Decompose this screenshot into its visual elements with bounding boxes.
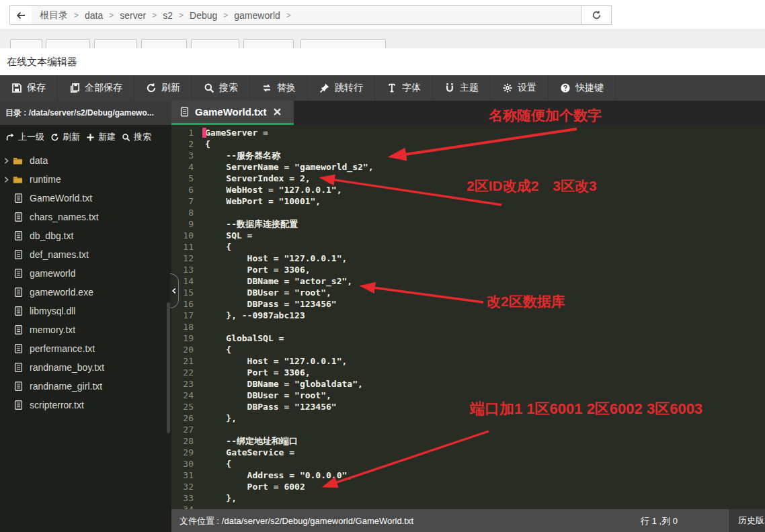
search-file-button[interactable]: 搜索 [122, 131, 151, 143]
code-line-2[interactable]: 2{ [171, 138, 765, 150]
code-line-11[interactable]: 11 { [171, 241, 765, 253]
breadcrumb-item[interactable]: 根目录 [40, 9, 68, 21]
code-text: GateService = [205, 447, 294, 458]
code-line-1[interactable]: 1GameServer = [171, 127, 765, 138]
file-name: memory.txt [30, 324, 75, 335]
code-line-16[interactable]: 16 DBPass = "123456" [171, 298, 765, 310]
code-line-28[interactable]: 28 --绑定地址和端口 [171, 435, 765, 447]
tree-item-randname-boy-txt[interactable]: randname_boy.txt [0, 358, 171, 377]
code-line-33[interactable]: 33 }, [171, 492, 765, 504]
tree-item-memory-txt[interactable]: memory.txt [0, 320, 171, 339]
code-line-4[interactable]: 4 ServerName = "gameworld_s2", [171, 161, 765, 173]
file-icon [13, 306, 24, 316]
replace-button[interactable]: 替换 [250, 75, 308, 101]
sidebar-action-label: 新建 [98, 131, 116, 143]
code-text: Host = "127.0.0.1", [205, 355, 347, 367]
tab-gameworld-txt[interactable]: GameWorld.txt [171, 101, 294, 125]
save-button[interactable]: 保存 [0, 75, 58, 101]
code-text: Port = 3306, [205, 367, 311, 378]
tree-item-gameworld[interactable]: gameworld [0, 264, 171, 283]
tree-item-runtime[interactable]: runtime [0, 170, 171, 189]
chevron-right-icon[interactable] [3, 176, 10, 183]
code-line-34[interactable]: 34 [171, 504, 765, 509]
tree-item-gameworld-txt[interactable]: GameWorld.txt [0, 189, 171, 208]
code-text: Address = "0.0.0.0", [205, 470, 352, 481]
code-line-22[interactable]: 22 Port = 3306, [171, 367, 765, 378]
breadcrumb-item[interactable]: s2 [163, 10, 173, 21]
tab-label: GameWorld.txt [195, 106, 266, 118]
code-line-19[interactable]: 19 GlobalSQL = [171, 332, 765, 344]
code-line-23[interactable]: 23 DBName = "globaldata", [171, 378, 765, 390]
code-line-31[interactable]: 31 Address = "0.0.0.0", [171, 470, 765, 481]
tree-item-scripterror-txt[interactable]: scripterror.txt [0, 396, 171, 414]
file-name: db_dbg.txt [30, 230, 73, 241]
sidebar-scrollbar[interactable] [167, 302, 170, 433]
breadcrumb: 根目录>data>server>s2>Debug>gameworld> [32, 5, 581, 25]
tree-item-perfermance-txt[interactable]: perfermance.txt [0, 339, 171, 358]
tree-item-libmysql-dll[interactable]: libmysql.dll [0, 302, 171, 320]
line-number: 13 [171, 264, 205, 275]
pin-icon [319, 83, 330, 93]
file-tree: dataruntimeGameWorld.txtchars_names.txtd… [0, 151, 171, 414]
tree-item-gameworld-exe[interactable]: gameworld.exe [0, 283, 171, 302]
tree-item-chars-names-txt[interactable]: chars_names.txt [0, 208, 171, 226]
code-text: --数据库连接配置 [205, 218, 298, 230]
code-line-8[interactable]: 8 [171, 207, 765, 218]
code-line-9[interactable]: 9 --数据库连接配置 [171, 218, 765, 230]
folder-icon [12, 175, 24, 185]
code-line-7[interactable]: 7 WebPort = "10001", [171, 195, 765, 207]
code-text: DBUser = "root", [205, 287, 331, 298]
toolbar-button-label: 保存 [27, 82, 46, 94]
file-icon [13, 268, 24, 279]
settings-button[interactable]: 设置 [491, 75, 549, 101]
code-line-12[interactable]: 12 Host = "127.0.0.1", [171, 253, 765, 264]
hotkeys-button[interactable]: 快捷键 [549, 75, 616, 101]
back-button[interactable] [9, 5, 32, 25]
code-line-29[interactable]: 29 GateService = [171, 447, 765, 458]
tree-item-def-names-txt[interactable]: def_names.txt [0, 245, 171, 264]
breadcrumb-item[interactable]: server [120, 10, 146, 21]
code-text: DBName = "actor_s2", [205, 275, 352, 287]
code-line-15[interactable]: 15 DBUser = "root", [171, 287, 765, 298]
refresh-button[interactable]: 刷新 [134, 75, 192, 101]
tree-item-db-dbg-txt[interactable]: db_dbg.txt [0, 226, 171, 245]
chevron-right-icon[interactable] [3, 157, 10, 165]
new-file-button[interactable]: 新建 [86, 131, 116, 143]
close-tab-icon[interactable] [273, 107, 282, 116]
code-line-18[interactable]: 18 [171, 321, 765, 332]
sidebar-collapse-handle[interactable] [170, 273, 179, 308]
line-number: 9 [171, 218, 205, 230]
code-line-30[interactable]: 30 { [171, 458, 765, 470]
code-line-27[interactable]: 27 [171, 424, 765, 435]
history-button[interactable]: 历史版本 [729, 509, 765, 532]
code-line-32[interactable]: 32 Port = 6002 [171, 481, 765, 492]
save-all-button[interactable]: 全部保存 [58, 75, 134, 101]
refresh-tree-button[interactable]: 刷新 [50, 131, 80, 143]
code-line-13[interactable]: 13 Port = 3306, [171, 264, 765, 275]
code-line-17[interactable]: 17 }, --0987abc123 [171, 310, 765, 321]
code-line-21[interactable]: 21 Host = "127.0.0.1", [171, 355, 765, 367]
code-text: GlobalSQL = [205, 332, 284, 344]
goto-line-button[interactable]: 跳转行 [308, 75, 375, 101]
refresh-page-button[interactable] [581, 5, 612, 25]
breadcrumb-item[interactable]: data [85, 10, 103, 21]
code-line-20[interactable]: 20 { [171, 344, 765, 355]
file-name: libmysql.dll [30, 306, 75, 316]
annotation-text-2: 2区ID改成2 3区改3 [467, 177, 597, 195]
tree-item-data[interactable]: data [0, 151, 171, 170]
breadcrumb-item[interactable]: Debug [190, 10, 217, 21]
code-text: DBPass = "123456" [205, 401, 337, 412]
search-icon [122, 133, 130, 142]
breadcrumb-item[interactable]: gameworld [234, 10, 280, 21]
code-line-14[interactable]: 14 DBName = "actor_s2", [171, 275, 765, 287]
line-number: 34 [171, 504, 205, 509]
code-line-10[interactable]: 10 SQL = [171, 230, 765, 241]
tree-item-randname-girl-txt[interactable]: randname_girl.txt [0, 377, 171, 396]
up-level-button[interactable]: 上一级 [6, 131, 44, 143]
background-button [46, 39, 90, 48]
search-button[interactable]: 搜索 [192, 75, 250, 101]
font-button[interactable]: 字体 [375, 75, 433, 101]
theme-button[interactable]: 主题 [433, 75, 491, 101]
code-text: { [205, 138, 210, 150]
code-line-3[interactable]: 3 --服务器名称 [171, 150, 765, 161]
